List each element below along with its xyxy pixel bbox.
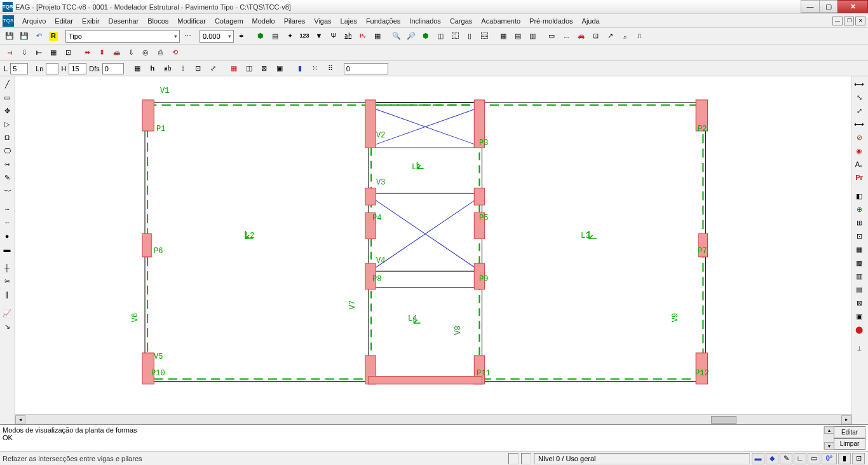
lt-chart-icon[interactable]: 📈 bbox=[1, 307, 13, 319]
zoom-in-button[interactable]: 🔍 bbox=[390, 29, 403, 43]
f3-l-icon[interactable]: ⁙ bbox=[308, 62, 322, 76]
menu-desenhar[interactable]: Desenhar bbox=[104, 16, 144, 26]
maximize-button[interactable]: ▢ bbox=[819, 0, 838, 13]
menu-modificar[interactable]: Modificar bbox=[173, 16, 210, 26]
lt-cut-icon[interactable]: ✂ bbox=[1, 275, 13, 288]
menu-premoldados[interactable]: Pré-moldados bbox=[525, 16, 577, 26]
window-3-button[interactable]: ▯ bbox=[463, 29, 477, 43]
scroll-track[interactable] bbox=[25, 415, 841, 424]
rt-j-icon[interactable]: ⊞ bbox=[853, 216, 865, 229]
f3-d-icon[interactable]: ⟟ bbox=[176, 62, 190, 76]
tool-list-icon[interactable]: ▤ bbox=[268, 29, 282, 43]
mdi-close-button[interactable]: ✕ bbox=[855, 17, 865, 25]
field-last-input[interactable]: 0 bbox=[344, 63, 388, 74]
status-btn-1[interactable]: ▬ bbox=[752, 453, 764, 464]
field-l-input[interactable]: 5 bbox=[10, 63, 28, 74]
lt-screen-icon[interactable]: 🖵 bbox=[1, 144, 13, 157]
door-button[interactable]: ⎍ bbox=[632, 29, 646, 43]
menu-vigas[interactable]: Vigas bbox=[309, 16, 336, 26]
f3-b-icon[interactable]: h bbox=[146, 62, 159, 76]
scale-stepper[interactable]: ≑ bbox=[234, 29, 248, 43]
lt-mirror-icon[interactable]: ⇿ bbox=[1, 158, 13, 170]
tool-pv-icon[interactable]: Pᵥ bbox=[356, 29, 370, 43]
console-edit-button[interactable]: Editar bbox=[834, 426, 865, 438]
console-clear-button[interactable]: Limpar bbox=[834, 438, 865, 450]
tool-grid-icon[interactable]: ▦ bbox=[370, 29, 384, 43]
rt-d-icon[interactable]: ⟷ bbox=[853, 118, 865, 130]
lt-circle-icon[interactable]: ● bbox=[1, 230, 13, 242]
sec-l-icon[interactable]: ⟲ bbox=[168, 46, 182, 60]
sec-b-icon[interactable]: ⇩ bbox=[17, 46, 31, 60]
baseline-button[interactable]: ⎵ bbox=[559, 29, 573, 43]
lt-block-icon[interactable]: ▬ bbox=[1, 243, 13, 256]
f3-h-icon[interactable]: ◫ bbox=[242, 62, 256, 76]
rt-q-icon[interactable]: ▣ bbox=[853, 310, 865, 323]
lt-down-icon[interactable]: ↘ bbox=[1, 320, 13, 333]
f3-a-icon[interactable]: ▦ bbox=[130, 62, 144, 76]
status-btn-6[interactable]: ▮ bbox=[838, 453, 851, 464]
tool-ah-icon[interactable]: a̲h̲ bbox=[341, 29, 355, 43]
status-btn-5[interactable]: ▭ bbox=[808, 453, 820, 464]
grid-a-button[interactable]: ▦ bbox=[496, 29, 510, 43]
status-btn-7[interactable]: ⊡ bbox=[852, 453, 865, 464]
lt-wave-icon[interactable]: 〰 bbox=[1, 184, 13, 197]
minimize-button[interactable]: — bbox=[801, 0, 820, 13]
scroll-thumb[interactable] bbox=[711, 416, 736, 424]
status-btn-3[interactable]: ✎ bbox=[780, 453, 792, 464]
mdi-restore-button[interactable]: ❐ bbox=[844, 17, 854, 25]
window-1-button[interactable]: ◫ bbox=[433, 29, 447, 43]
rt-e-icon[interactable]: ⊘ bbox=[853, 131, 865, 144]
rect-button[interactable]: ▭ bbox=[545, 29, 559, 43]
rt-c-icon[interactable]: ⤢ bbox=[853, 104, 865, 117]
rt-k-icon[interactable]: ⊡ bbox=[853, 230, 865, 242]
window-2-button[interactable]: ⿲ bbox=[448, 29, 462, 43]
lt-edit-icon[interactable]: ✎ bbox=[1, 171, 13, 184]
rt-s-icon[interactable]: ⟂ bbox=[853, 342, 865, 354]
rt-r-icon[interactable]: ⬤ bbox=[853, 323, 865, 336]
bracket-button[interactable]: ⟓ bbox=[618, 29, 632, 43]
lt-move-icon[interactable]: ✥ bbox=[1, 104, 13, 117]
f3-e-icon[interactable]: ⊡ bbox=[191, 62, 205, 76]
menu-inclinados[interactable]: Inclinados bbox=[405, 16, 445, 26]
rt-b-icon[interactable]: ⤡ bbox=[853, 91, 865, 104]
lt-dash-icon[interactable]: ┄ bbox=[1, 203, 13, 216]
menu-fundacoes[interactable]: Fundações bbox=[362, 16, 405, 26]
tool-check-icon[interactable]: ✦ bbox=[283, 29, 297, 43]
menu-acabamento[interactable]: Acabamento bbox=[477, 16, 525, 26]
field-ln-input[interactable] bbox=[46, 63, 58, 74]
field-dfs-input[interactable]: 0 bbox=[102, 63, 124, 74]
field-h-input[interactable]: 15 bbox=[69, 63, 86, 74]
lt-rect-icon[interactable]: ▭ bbox=[1, 91, 13, 104]
f3-k-icon[interactable]: ▮ bbox=[293, 62, 307, 76]
arrow-tr-button[interactable]: ↗ bbox=[603, 29, 617, 43]
undo-button[interactable]: ↶ bbox=[32, 29, 46, 43]
mdi-minimize-button[interactable]: — bbox=[832, 17, 843, 25]
sec-d-icon[interactable]: ▦ bbox=[46, 46, 60, 60]
sec-c-icon[interactable]: ⫦ bbox=[32, 46, 46, 60]
tool-filter-icon[interactable]: ▼ bbox=[312, 29, 326, 43]
rt-i-icon[interactable]: ⊕ bbox=[853, 203, 865, 216]
rt-p-icon[interactable]: ⊠ bbox=[853, 296, 865, 309]
rt-pr-icon[interactable]: Pr bbox=[853, 171, 865, 184]
console-scroll-down[interactable]: ▾ bbox=[824, 442, 834, 450]
menu-arquivo[interactable]: Arquivo bbox=[18, 16, 50, 26]
f3-i-icon[interactable]: ⊠ bbox=[257, 62, 271, 76]
menu-exibir[interactable]: Exibir bbox=[78, 16, 104, 26]
rt-h-icon[interactable]: ◧ bbox=[853, 190, 865, 202]
scale-combo[interactable]: 0.000 bbox=[200, 30, 234, 43]
lt-para-icon[interactable]: ∥ bbox=[1, 288, 13, 301]
sec-i-icon[interactable]: ⇩ bbox=[124, 46, 138, 60]
drawing-canvas[interactable]: V1 V2 V3 V4 V5 V6 V7 V8 V9 P1 P2 P3 P4 P… bbox=[15, 76, 851, 414]
rt-f-icon[interactable]: ◉ bbox=[853, 144, 865, 157]
rt-g-icon[interactable]: Aᵥ bbox=[853, 158, 865, 170]
box-button[interactable]: ⊡ bbox=[588, 29, 602, 43]
f3-f-icon[interactable]: ⤢ bbox=[207, 62, 220, 76]
f3-g-icon[interactable]: ▦ bbox=[227, 62, 241, 76]
menu-ajuda[interactable]: Ajuda bbox=[578, 16, 604, 26]
rt-l-icon[interactable]: ▦ bbox=[853, 243, 865, 256]
rt-m-icon[interactable]: ▩ bbox=[853, 256, 865, 269]
save-button[interactable]: 💾 bbox=[3, 29, 17, 43]
scroll-right-button[interactable]: ▸ bbox=[841, 415, 851, 424]
scroll-left-button[interactable]: ◂ bbox=[15, 415, 25, 424]
tool-123-icon[interactable]: 123 bbox=[297, 29, 311, 43]
